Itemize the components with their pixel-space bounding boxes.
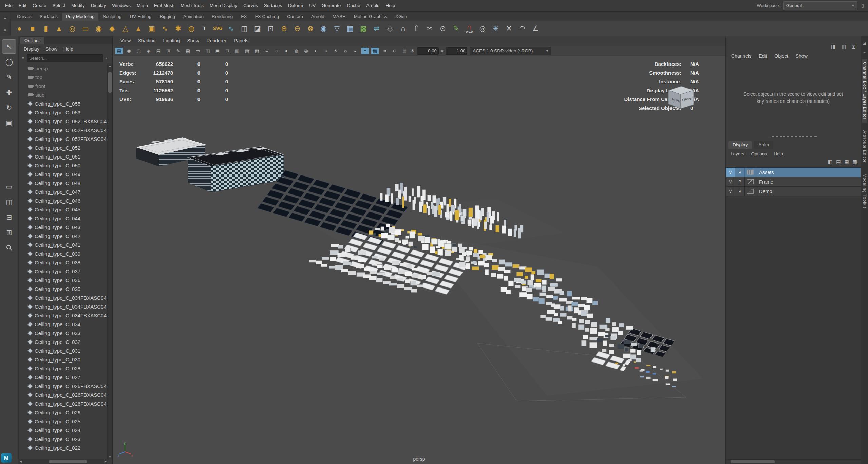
outliner-row[interactable]: Ceiling_type_C_052FBXASC046C (19, 134, 112, 143)
poly-cone-icon[interactable]: ▲ (53, 22, 65, 35)
delete-history-icon[interactable]: ✕ (503, 22, 515, 35)
add-layer-from-selected-icon[interactable]: ▩ (853, 159, 857, 164)
outliner-row[interactable]: Ceiling_type_C_033 (19, 329, 112, 337)
remesh-icon[interactable]: ▦ (344, 22, 356, 35)
layer-row-demo[interactable]: VPDemo (726, 187, 861, 196)
gamma-field[interactable] (446, 47, 467, 55)
shelf-menu-icon[interactable]: ≡ (4, 15, 6, 20)
outliner-menu-help[interactable]: Help (60, 46, 76, 52)
retopologize-icon[interactable]: ▩ (357, 22, 370, 35)
grease-pencil-icon[interactable]: ✎ (174, 48, 182, 54)
layer-toggle-icon[interactable]: ◧ (828, 159, 832, 164)
shelf-tab-fx-caching[interactable]: FX Caching (251, 13, 283, 21)
outliner-row[interactable]: Ceiling_type_C_050 (19, 161, 112, 170)
layer-editor-menu-layers[interactable]: Layers (727, 150, 748, 158)
outliner-row[interactable]: Ceiling_type_C_046 (19, 196, 112, 205)
poly-torus-icon[interactable]: ◎ (66, 22, 78, 35)
outliner-row[interactable]: Ceiling_type_C_047 (19, 187, 112, 196)
menu-mesh[interactable]: Mesh (134, 0, 151, 11)
scrollbar-thumb[interactable] (108, 72, 112, 93)
layer-color-swatch[interactable] (745, 187, 756, 196)
combine-icon[interactable]: ◫ (238, 22, 250, 35)
menu-deform[interactable]: Deform (285, 0, 306, 11)
menu-curves[interactable]: Curves (240, 0, 261, 11)
layer-playback-toggle[interactable]: P (735, 177, 745, 186)
motion-blur-icon[interactable]: ≈ (381, 48, 389, 54)
outliner-row[interactable]: Ceiling_type_C_034FBXASC046C (19, 302, 112, 311)
shelf-tab-custom[interactable]: Custom (283, 13, 307, 21)
channel-box-menu-object[interactable]: Object (771, 52, 792, 60)
target-weld-icon[interactable]: ⊙ (437, 22, 449, 35)
anti-aliasing-icon[interactable]: ▩ (371, 48, 379, 54)
outliner-row[interactable]: Ceiling_type_C_027 (19, 373, 112, 382)
outliner-row[interactable]: Ceiling_type_C_055 (19, 99, 112, 108)
scrollbar-thumb[interactable] (49, 460, 87, 463)
menu-generate[interactable]: Generate (319, 0, 344, 11)
outliner-row[interactable]: Ceiling_type_C_037 (19, 267, 112, 276)
menu-cache[interactable]: Cache (344, 0, 363, 11)
menu-display[interactable]: Display (88, 0, 109, 11)
zoom-magnifier-tool[interactable] (2, 241, 16, 255)
outliner-row[interactable]: Ceiling_type_C_053 (19, 108, 112, 117)
mirror-icon[interactable]: ⇌ (371, 22, 383, 35)
outliner-row-camera[interactable]: side (19, 90, 112, 99)
layer-move-icon[interactable]: ▤ (836, 159, 841, 164)
layer-color-swatch[interactable] (745, 177, 756, 186)
layer-row-assets[interactable]: VPAssets (726, 168, 861, 177)
outliner-row[interactable]: Ceiling_type_C_028 (19, 364, 112, 373)
harden-edge-icon[interactable]: ∠ (529, 22, 542, 35)
boolean-intersection-icon[interactable]: ⊗ (304, 22, 317, 35)
scroll-right-icon[interactable]: ▶ (105, 460, 107, 463)
menu-create[interactable]: Create (30, 0, 50, 11)
outliner-horizontal-scrollbar[interactable]: ◀ ▶ (19, 459, 108, 464)
view-cube[interactable]: RIGHT FRONT (663, 85, 697, 120)
outliner-row[interactable]: Ceiling_type_C_044 (19, 214, 112, 223)
outliner-row-camera[interactable]: persp (19, 64, 112, 73)
poly-gear-icon[interactable]: ✱ (172, 22, 184, 35)
menu-select[interactable]: Select (50, 0, 69, 11)
boolean-difference-icon[interactable]: ⊖ (291, 22, 303, 35)
channel-manip-icon[interactable]: ◨ (831, 44, 836, 50)
outliner-row[interactable]: Ceiling_type_C_045 (19, 205, 112, 214)
outliner-row[interactable]: Ceiling_type_C_032 (19, 337, 112, 346)
dock-tab-modeling-toolkit[interactable]: Modeling Toolkit (862, 171, 867, 211)
layer-color-swatch[interactable] (745, 168, 756, 177)
soften-edge-icon[interactable]: ◠ (516, 22, 528, 35)
channel-speed-icon[interactable]: ▥ (841, 44, 846, 50)
outliner-row[interactable]: Ceiling_type_C_036 (19, 276, 112, 284)
bevel-icon[interactable]: ◇ (384, 22, 396, 35)
outliner-row[interactable]: Ceiling_type_C_052 (19, 143, 112, 152)
safe-action-icon[interactable]: ▥ (233, 48, 241, 54)
poly-helix-icon[interactable]: ∿ (159, 22, 171, 35)
layout-two-panes[interactable]: ◫ (2, 195, 16, 209)
outliner-row[interactable]: Ceiling_type_C_022 (19, 443, 112, 452)
layer-editor-tab-display[interactable]: Display (728, 141, 752, 149)
shaded-icon[interactable]: ● (283, 48, 290, 54)
svg-tool-icon[interactable]: SVG (212, 22, 224, 35)
isolate-select-icon[interactable]: ⊙ (391, 48, 398, 54)
camera-attributes-icon[interactable]: ▢ (135, 48, 143, 54)
viewport-canvas[interactable]: Verts:65662200Edges:121247800Faces:57815… (113, 56, 725, 464)
poly-cube-icon[interactable]: ■ (26, 22, 39, 35)
scrollbar-thumb[interactable] (731, 460, 775, 463)
layout-single-pane[interactable]: ▭ (2, 180, 16, 193)
paint-select-tool[interactable]: ✎ (2, 70, 16, 84)
scale-tool[interactable]: ▣ (2, 116, 16, 130)
freeze-transform-icon[interactable]: ✳ (490, 22, 502, 35)
outliner-row[interactable]: Ceiling_type_C_035 (19, 284, 112, 293)
outliner-row[interactable]: Ceiling_type_C_026FBXASC046C (19, 382, 112, 390)
viewport-menu-show[interactable]: Show (184, 38, 203, 43)
extract-icon[interactable]: ⊡ (265, 22, 277, 35)
viewport-menu-view[interactable]: View (117, 38, 134, 43)
search-input[interactable] (27, 54, 103, 62)
shelf-tab-xgen[interactable]: XGen (392, 13, 411, 21)
outliner-row[interactable]: Ceiling_type_C_042 (19, 231, 112, 240)
layout-three-panes[interactable]: ⊟ (2, 210, 16, 224)
scroll-left-icon[interactable]: ◀ (20, 460, 22, 463)
safe-title-icon[interactable]: ▧ (243, 48, 251, 54)
poly-plane-icon[interactable]: ▭ (79, 22, 92, 35)
layer-editor-menu-help[interactable]: Help (770, 150, 787, 158)
default-lighting-icon[interactable]: ☀ (332, 48, 339, 54)
outliner-row[interactable]: Ceiling_type_C_043 (19, 223, 112, 231)
quad-draw-icon[interactable]: ✎ (450, 22, 462, 35)
